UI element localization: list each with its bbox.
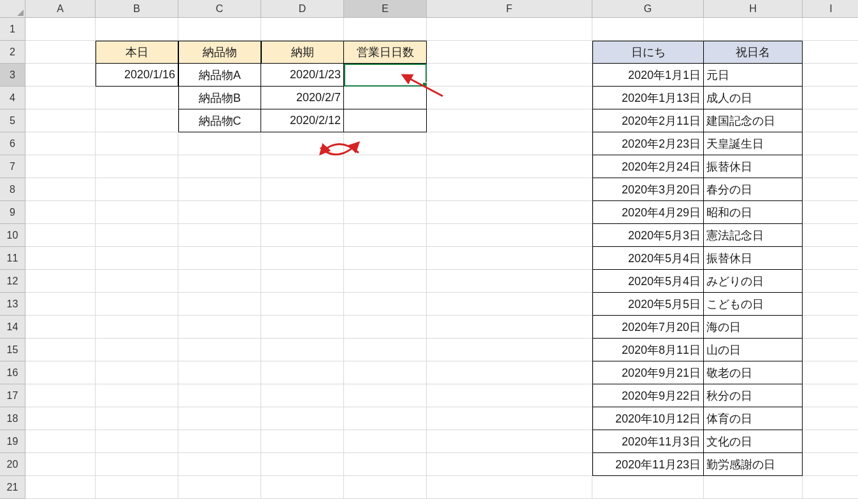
- cell-H17[interactable]: 秋分の日: [704, 384, 803, 407]
- cell-H7[interactable]: 振替休日: [704, 155, 803, 178]
- cell-A14[interactable]: [25, 316, 96, 339]
- cell-E6[interactable]: [344, 132, 427, 155]
- cell-D17[interactable]: [261, 384, 344, 407]
- cell-I11[interactable]: [803, 247, 858, 270]
- cell-E21[interactable]: [344, 476, 427, 499]
- cell-I16[interactable]: [803, 361, 858, 384]
- cell-E3[interactable]: [344, 64, 427, 87]
- cell-B19[interactable]: [96, 430, 178, 453]
- cell-A4[interactable]: [25, 87, 96, 109]
- cell-E15[interactable]: [344, 339, 427, 361]
- cell-D8[interactable]: [261, 178, 344, 201]
- cell-I13[interactable]: [803, 293, 858, 316]
- cell-D4[interactable]: 2020/2/7: [261, 87, 344, 109]
- cell-A21[interactable]: [25, 476, 96, 499]
- cell-E8[interactable]: [344, 178, 427, 201]
- cell-E9[interactable]: [344, 201, 427, 224]
- cell-A7[interactable]: [25, 155, 96, 178]
- cell-E16[interactable]: [344, 361, 427, 384]
- cell-A18[interactable]: [25, 407, 96, 430]
- cell-A10[interactable]: [25, 224, 96, 247]
- cell-B13[interactable]: [96, 293, 178, 316]
- row-header-6[interactable]: 6: [0, 132, 25, 155]
- cell-E13[interactable]: [344, 293, 427, 316]
- row-header-21[interactable]: 21: [0, 476, 25, 499]
- row-header-18[interactable]: 18: [0, 407, 25, 430]
- cell-D3[interactable]: 2020/1/23: [261, 64, 344, 87]
- row-header-12[interactable]: 12: [0, 270, 25, 293]
- cell-B11[interactable]: [96, 247, 178, 270]
- cell-E5[interactable]: [344, 109, 427, 132]
- cell-H10[interactable]: 憲法記念日: [704, 224, 803, 247]
- cell-D11[interactable]: [261, 247, 344, 270]
- cell-D14[interactable]: [261, 316, 344, 339]
- row-header-13[interactable]: 13: [0, 293, 25, 316]
- cell-C7[interactable]: [178, 155, 261, 178]
- cell-D21[interactable]: [261, 476, 344, 499]
- cell-E4[interactable]: [344, 87, 427, 109]
- column-header-B[interactable]: B: [96, 0, 178, 18]
- cell-H18[interactable]: 体育の日: [704, 407, 803, 430]
- cell-I1[interactable]: [803, 18, 858, 41]
- cell-B7[interactable]: [96, 155, 178, 178]
- column-header-H[interactable]: H: [704, 0, 803, 18]
- cell-I9[interactable]: [803, 201, 858, 224]
- cell-H15[interactable]: 山の日: [704, 339, 803, 361]
- row-header-19[interactable]: 19: [0, 430, 25, 453]
- cell-A16[interactable]: [25, 361, 96, 384]
- cell-G7[interactable]: 2020年2月24日: [592, 155, 704, 178]
- row-header-4[interactable]: 4: [0, 87, 25, 109]
- cell-F8[interactable]: [427, 178, 592, 201]
- cell-G3[interactable]: 2020年1月1日: [592, 64, 704, 87]
- cell-F21[interactable]: [427, 476, 592, 499]
- column-header-G[interactable]: G: [592, 0, 704, 18]
- column-header-E[interactable]: E: [344, 0, 427, 18]
- row-header-9[interactable]: 9: [0, 201, 25, 224]
- cell-C13[interactable]: [178, 293, 261, 316]
- cell-B17[interactable]: [96, 384, 178, 407]
- cell-A1[interactable]: [25, 18, 96, 41]
- cell-I3[interactable]: [803, 64, 858, 87]
- cell-I21[interactable]: [803, 476, 858, 499]
- cell-G18[interactable]: 2020年10月12日: [592, 407, 704, 430]
- cell-G9[interactable]: 2020年4月29日: [592, 201, 704, 224]
- cell-F7[interactable]: [427, 155, 592, 178]
- cell-A9[interactable]: [25, 201, 96, 224]
- cell-D7[interactable]: [261, 155, 344, 178]
- cell-D5[interactable]: 2020/2/12: [261, 109, 344, 132]
- cell-D19[interactable]: [261, 430, 344, 453]
- cell-B15[interactable]: [96, 339, 178, 361]
- cell-F6[interactable]: [427, 132, 592, 155]
- cell-G2[interactable]: 日にち: [592, 41, 704, 64]
- cell-I4[interactable]: [803, 87, 858, 109]
- cell-C19[interactable]: [178, 430, 261, 453]
- cell-A5[interactable]: [25, 109, 96, 132]
- row-header-15[interactable]: 15: [0, 339, 25, 361]
- cell-H1[interactable]: [704, 18, 803, 41]
- cell-G19[interactable]: 2020年11月3日: [592, 430, 704, 453]
- cell-D15[interactable]: [261, 339, 344, 361]
- column-header-F[interactable]: F: [427, 0, 592, 18]
- cell-C1[interactable]: [178, 18, 261, 41]
- cell-I20[interactable]: [803, 453, 858, 476]
- cell-I7[interactable]: [803, 155, 858, 178]
- cell-F11[interactable]: [427, 247, 592, 270]
- cell-B6[interactable]: [96, 132, 178, 155]
- cell-F19[interactable]: [427, 430, 592, 453]
- cell-C8[interactable]: [178, 178, 261, 201]
- cell-G5[interactable]: 2020年2月11日: [592, 109, 704, 132]
- cell-B21[interactable]: [96, 476, 178, 499]
- cell-H16[interactable]: 敬老の日: [704, 361, 803, 384]
- cell-A11[interactable]: [25, 247, 96, 270]
- cell-H5[interactable]: 建国記念の日: [704, 109, 803, 132]
- cell-H12[interactable]: みどりの日: [704, 270, 803, 293]
- cell-F12[interactable]: [427, 270, 592, 293]
- row-header-11[interactable]: 11: [0, 247, 25, 270]
- cell-C11[interactable]: [178, 247, 261, 270]
- cell-I8[interactable]: [803, 178, 858, 201]
- cell-E14[interactable]: [344, 316, 427, 339]
- cell-H8[interactable]: 春分の日: [704, 178, 803, 201]
- row-header-5[interactable]: 5: [0, 109, 25, 132]
- cell-D20[interactable]: [261, 453, 344, 476]
- cell-E20[interactable]: [344, 453, 427, 476]
